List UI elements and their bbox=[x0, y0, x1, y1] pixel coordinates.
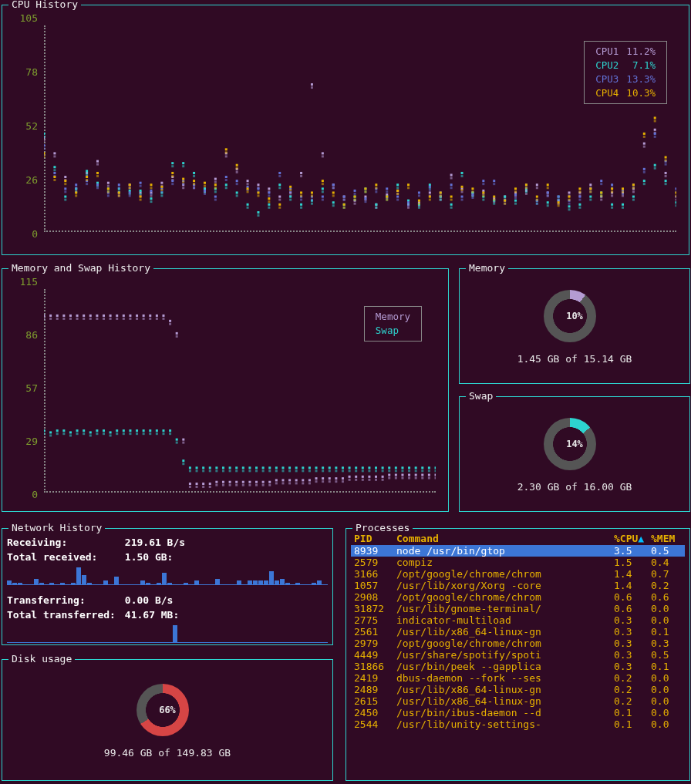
svg-rect-102 bbox=[589, 183, 592, 186]
svg-rect-163 bbox=[268, 207, 270, 209]
col-pid[interactable]: PID bbox=[351, 532, 393, 545]
svg-rect-10 bbox=[96, 160, 99, 163]
table-row[interactable]: 8939node /usr/bin/gtop3.50.5 bbox=[351, 545, 685, 557]
svg-rect-477 bbox=[665, 160, 667, 162]
cell-pid: 2979 bbox=[351, 638, 393, 649]
table-row[interactable]: 4449/usr/share/spotify/spoti0.30.5 bbox=[351, 649, 685, 661]
col-cpu[interactable]: %CPU▲ bbox=[611, 532, 648, 545]
table-row[interactable]: 2979/opt/google/chrome/chrom0.30.3 bbox=[351, 638, 685, 649]
svg-rect-373 bbox=[107, 190, 110, 193]
cell-mem: 0.5 bbox=[648, 649, 685, 661]
table-row[interactable]: 31866/usr/bin/peek --gapplica0.30.1 bbox=[351, 661, 685, 672]
svg-rect-542 bbox=[248, 481, 251, 483]
svg-rect-651 bbox=[209, 469, 211, 472]
svg-rect-659 bbox=[235, 469, 238, 472]
svg-rect-435 bbox=[440, 194, 442, 197]
net-total-received-label: Total received: bbox=[7, 551, 119, 563]
svg-rect-76 bbox=[450, 173, 453, 176]
svg-rect-535 bbox=[222, 484, 224, 486]
table-row[interactable]: 2908/opt/google/chrome/chrom0.60.6 bbox=[351, 591, 685, 603]
cell-cmd: compiz bbox=[393, 557, 611, 568]
cpu-panel-title: CPU History bbox=[8, 0, 81, 10]
col-mem[interactable]: %MEM bbox=[648, 532, 685, 545]
memory-gauge-panel: Memory 10% 1.45 GB of 15.14 GB bbox=[459, 268, 690, 384]
table-row[interactable]: 1057/usr/lib/xorg/Xorg -core1.40.2 bbox=[351, 580, 685, 591]
svg-rect-494 bbox=[89, 315, 92, 317]
svg-rect-79 bbox=[461, 190, 463, 193]
table-row[interactable]: 31872/usr/lib/gnome-terminal/0.60.0 bbox=[351, 603, 685, 614]
svg-rect-143 bbox=[160, 194, 163, 197]
svg-rect-386 bbox=[182, 178, 184, 180]
cell-pid: 31872 bbox=[351, 603, 393, 614]
table-row[interactable]: 3166/opt/google/chrome/chrom1.40.7 bbox=[351, 568, 685, 580]
net-rx-sparkline bbox=[7, 566, 328, 584]
svg-rect-130 bbox=[96, 182, 99, 184]
cell-pid: 3166 bbox=[351, 568, 393, 580]
table-row[interactable]: 2489/usr/lib/x86_64-linux-gn0.20.0 bbox=[351, 684, 685, 695]
svg-rect-524 bbox=[189, 483, 191, 485]
svg-rect-566 bbox=[329, 477, 331, 479]
svg-rect-222 bbox=[589, 196, 592, 198]
svg-rect-27 bbox=[182, 187, 184, 189]
svg-rect-319 bbox=[461, 199, 463, 201]
svg-rect-630 bbox=[143, 429, 145, 432]
svg-rect-444 bbox=[493, 196, 495, 198]
svg-rect-280 bbox=[257, 187, 259, 190]
table-row[interactable]: 2419dbus-daemon --fork --ses0.20.0 bbox=[351, 672, 685, 684]
network-history-panel: Network History Receiving: 219.61 B/s To… bbox=[2, 528, 333, 645]
table-row[interactable]: 2579compiz1.50.4 bbox=[351, 557, 685, 568]
svg-rect-623 bbox=[116, 432, 118, 435]
svg-rect-636 bbox=[162, 429, 164, 432]
svg-rect-198 bbox=[461, 172, 463, 174]
svg-rect-249 bbox=[86, 183, 88, 185]
svg-rect-240 bbox=[44, 144, 46, 146]
svg-rect-552 bbox=[281, 479, 284, 481]
processes-header-row[interactable]: PID Command %CPU▲ %MEM bbox=[351, 532, 685, 545]
disk-panel-title: Disk usage bbox=[8, 653, 75, 665]
svg-rect-702 bbox=[382, 466, 384, 469]
svg-rect-661 bbox=[242, 469, 244, 472]
col-cmd[interactable]: Command bbox=[393, 532, 611, 545]
svg-rect-522 bbox=[182, 439, 184, 441]
svg-rect-694 bbox=[355, 466, 357, 469]
svg-rect-626 bbox=[129, 429, 131, 432]
svg-rect-581 bbox=[375, 479, 377, 481]
svg-rect-476 bbox=[665, 156, 667, 159]
svg-rect-670 bbox=[275, 466, 278, 469]
svg-rect-568 bbox=[335, 477, 337, 479]
svg-rect-230 bbox=[632, 196, 635, 198]
svg-rect-111 bbox=[632, 190, 635, 193]
svg-rect-308 bbox=[407, 201, 410, 204]
svg-rect-349 bbox=[622, 193, 624, 195]
svg-rect-13 bbox=[107, 185, 110, 187]
svg-rect-311 bbox=[418, 194, 420, 197]
svg-rect-587 bbox=[395, 477, 397, 479]
svg-rect-700 bbox=[375, 466, 377, 469]
svg-rect-136 bbox=[129, 190, 131, 192]
svg-rect-375 bbox=[118, 194, 120, 197]
svg-rect-712 bbox=[415, 466, 417, 469]
cell-cpu: 0.2 bbox=[611, 695, 648, 707]
svg-rect-483 bbox=[49, 318, 52, 320]
svg-rect-360 bbox=[44, 152, 46, 154]
processes-table[interactable]: PID Command %CPU▲ %MEM 8939node /usr/bin… bbox=[351, 532, 685, 730]
svg-rect-361 bbox=[44, 155, 46, 157]
svg-rect-447 bbox=[504, 203, 506, 205]
svg-rect-424 bbox=[386, 196, 388, 198]
table-row[interactable]: 2450/usr/bin/ibus-daemon --d0.10.0 bbox=[351, 707, 685, 718]
cell-mem: 0.5 bbox=[648, 545, 685, 557]
svg-rect-510 bbox=[143, 315, 145, 317]
table-row[interactable]: 2544/usr/lib/unity-settings-0.10.0 bbox=[351, 718, 685, 730]
table-row[interactable]: 2775indicator-multiload0.30.0 bbox=[351, 614, 685, 626]
svg-rect-206 bbox=[504, 196, 506, 198]
svg-rect-517 bbox=[162, 318, 164, 320]
swap-donut: 14% bbox=[544, 418, 605, 470]
svg-rect-263 bbox=[160, 190, 163, 193]
table-row[interactable]: 2615/usr/lib/x86_64-linux-gn0.20.0 bbox=[351, 695, 685, 707]
svg-rect-363 bbox=[53, 179, 56, 181]
svg-rect-461 bbox=[578, 190, 581, 193]
svg-rect-141 bbox=[150, 200, 152, 203]
cell-mem: 0.6 bbox=[648, 591, 685, 603]
svg-rect-273 bbox=[214, 199, 217, 201]
table-row[interactable]: 2561/usr/lib/x86_64-linux-gn0.30.1 bbox=[351, 626, 685, 638]
